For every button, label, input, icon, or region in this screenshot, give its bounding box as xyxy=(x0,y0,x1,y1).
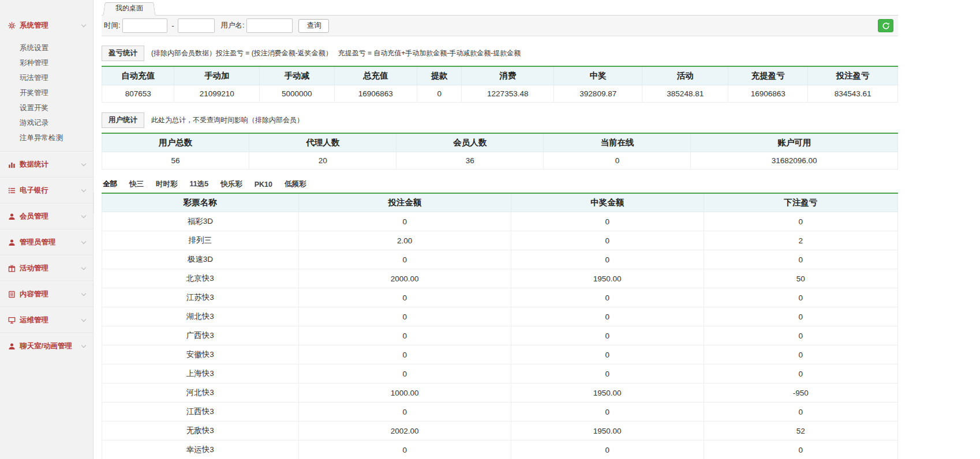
user-stats-table: 用户总数代理人数会员人数当前在线账户可用562036031682096.00 xyxy=(102,133,898,170)
lottery-cell: 0 xyxy=(298,441,511,459)
query-button[interactable]: 查询 xyxy=(298,19,329,33)
sidebar-submenu: 系统设置彩种管理玩法管理开奖管理设置开奖游戏记录注单异常检测 xyxy=(0,39,93,151)
refresh-icon xyxy=(882,22,890,30)
profit-cell: 16906863 xyxy=(728,85,808,103)
lottery-tab-PK10[interactable]: PK10 xyxy=(255,180,272,189)
sidebar-group-label: 聊天室/动画管理 xyxy=(20,341,82,351)
lottery-cell: 上海快3 xyxy=(102,364,299,383)
sidebar-group-1[interactable]: 系统管理 xyxy=(0,13,93,39)
lottery-tab-11选5[interactable]: 11选5 xyxy=(190,179,209,189)
sidebar-group-9[interactable]: 聊天室/动画管理 xyxy=(0,333,93,359)
chevron-down-icon xyxy=(81,291,86,295)
sidebar-item[interactable]: 彩种管理 xyxy=(0,55,93,70)
lottery-cell: 0 xyxy=(704,250,898,269)
sidebar-group-4[interactable]: 会员管理 xyxy=(0,203,93,229)
lottery-tab-时时彩[interactable]: 时时彩 xyxy=(156,179,178,189)
lottery-cell: 0 xyxy=(704,288,898,307)
lottery-cell: 50 xyxy=(704,269,898,288)
chevron-down-icon xyxy=(81,187,86,191)
sidebar-item[interactable]: 系统设置 xyxy=(0,40,93,55)
sidebar-item[interactable]: 玩法管理 xyxy=(0,70,93,85)
time-start-input[interactable] xyxy=(122,18,167,33)
username-label: 用户名: xyxy=(220,21,244,31)
profit-column-header: 自动充值 xyxy=(102,66,174,85)
lottery-row: 江西快3000 xyxy=(102,402,898,422)
profit-loss-section: 盈亏统计 (排除内部会员数据）投注盈亏 = (投注消费金额-返奖金额） 充提盈亏… xyxy=(102,46,898,103)
profit-column-header: 提款 xyxy=(417,66,462,85)
lottery-cell: 52 xyxy=(704,422,898,441)
lottery-stats-section: 全部快三时时彩11选5快乐彩PK10低频彩 彩票名称投注金额中奖金额下注盈亏福彩… xyxy=(102,179,898,459)
profit-row: 8076532109921050000001690686301227353.48… xyxy=(102,85,898,103)
ops-icon xyxy=(8,317,16,324)
user-column-header: 用户总数 xyxy=(102,133,249,152)
lottery-cell: 0 xyxy=(298,402,511,422)
sidebar-item[interactable]: 开奖管理 xyxy=(0,85,93,100)
lottery-row: 湖北快3000 xyxy=(102,307,898,326)
sidebar-group-label: 系统管理 xyxy=(20,21,82,31)
sidebar-group-6[interactable]: 活动管理 xyxy=(0,255,93,281)
dashboard-content: 盈亏统计 (排除内部会员数据）投注盈亏 = (投注消费金额-返奖金额） 充提盈亏… xyxy=(102,36,898,459)
lottery-cell: 0 xyxy=(298,345,511,364)
profit-column-header: 投注盈亏 xyxy=(808,66,898,85)
sidebar-item[interactable]: 游戏记录 xyxy=(0,115,93,130)
sidebar-group-2[interactable]: 数据统计 xyxy=(0,151,93,177)
sidebar-item[interactable]: 设置开奖 xyxy=(0,100,93,115)
lottery-row: 广西快3000 xyxy=(102,326,898,345)
profit-cell: 0 xyxy=(417,85,462,103)
lottery-tab-快乐彩[interactable]: 快乐彩 xyxy=(220,179,242,189)
lottery-column-header: 中奖金额 xyxy=(511,193,704,212)
lottery-tab-全部[interactable]: 全部 xyxy=(103,179,117,189)
lottery-row: 幸运快3000 xyxy=(102,441,898,459)
time-end-input[interactable] xyxy=(178,18,215,33)
profit-column-header: 充提盈亏 xyxy=(728,66,808,85)
tabstrip: 我的桌面 xyxy=(102,0,898,16)
admin-icon xyxy=(8,239,16,246)
profit-cell: 1227353.48 xyxy=(462,85,554,103)
profit-section-note: (排除内部会员数据）投注盈亏 = (投注消费金额-返奖金额） 充提盈亏 = 自动… xyxy=(151,48,521,58)
sidebar-group-label: 数据统计 xyxy=(20,160,82,170)
username-input[interactable] xyxy=(246,18,293,33)
lottery-column-header: 彩票名称 xyxy=(102,193,299,212)
lottery-cell: 0 xyxy=(298,212,511,231)
chevron-down-icon xyxy=(81,22,86,27)
sidebar-group-8[interactable]: 运维管理 xyxy=(0,307,93,333)
sidebar-item[interactable]: 注单异常检测 xyxy=(0,130,93,145)
sidebar-group-5[interactable]: 管理员管理 xyxy=(0,229,93,255)
user-column-header: 代理人数 xyxy=(249,133,397,152)
profit-column-header: 中奖 xyxy=(554,66,642,85)
user-cell: 56 xyxy=(102,152,249,170)
lottery-cell: 极速3D xyxy=(102,250,299,269)
lottery-cell: 2 xyxy=(704,231,898,250)
lottery-cell: -950 xyxy=(704,383,898,402)
lottery-row: 安徽快3000 xyxy=(102,345,898,364)
lottery-cell: 安徽快3 xyxy=(102,345,299,364)
sidebar-group-7[interactable]: 内容管理 xyxy=(0,281,93,307)
lottery-cell: 0 xyxy=(298,326,511,345)
time-label: 时间: xyxy=(104,21,120,31)
chevron-down-icon xyxy=(81,161,86,165)
lottery-row: 排列三2.0002 xyxy=(102,231,898,250)
lottery-cell: 0 xyxy=(704,364,898,383)
lottery-tab-低频彩[interactable]: 低频彩 xyxy=(285,179,306,189)
chevron-down-icon xyxy=(81,265,86,269)
lottery-row: 河北快31000.001950.00-950 xyxy=(102,383,898,402)
gift-icon xyxy=(8,265,16,272)
user-stats-section: 用户统计 此处为总计，不受查询时间影响（排除内部会员） 用户总数代理人数会员人数… xyxy=(102,112,898,170)
lottery-cell: 0 xyxy=(511,212,704,231)
lottery-cell: 0 xyxy=(511,326,704,345)
sidebar-group-label: 电子银行 xyxy=(20,186,82,195)
lottery-cell: 0 xyxy=(704,441,898,459)
profit-cell: 385248.81 xyxy=(642,85,728,103)
lottery-cell: 无敌快3 xyxy=(102,422,299,441)
user-section-title: 用户统计 xyxy=(102,112,144,128)
lottery-cell: 0 xyxy=(298,288,511,307)
lottery-cell: 广西快3 xyxy=(102,326,299,345)
refresh-button[interactable] xyxy=(878,19,893,32)
lottery-tab-快三[interactable]: 快三 xyxy=(129,179,144,189)
tab-my-desktop[interactable]: 我的桌面 xyxy=(104,2,155,16)
lottery-cell: 2000.00 xyxy=(298,269,511,288)
chevron-down-icon xyxy=(81,239,86,243)
sidebar-group-3[interactable]: 电子银行 xyxy=(0,177,93,203)
sidebar-group-label: 运维管理 xyxy=(20,315,82,325)
sidebar-group-label: 管理员管理 xyxy=(20,238,82,247)
